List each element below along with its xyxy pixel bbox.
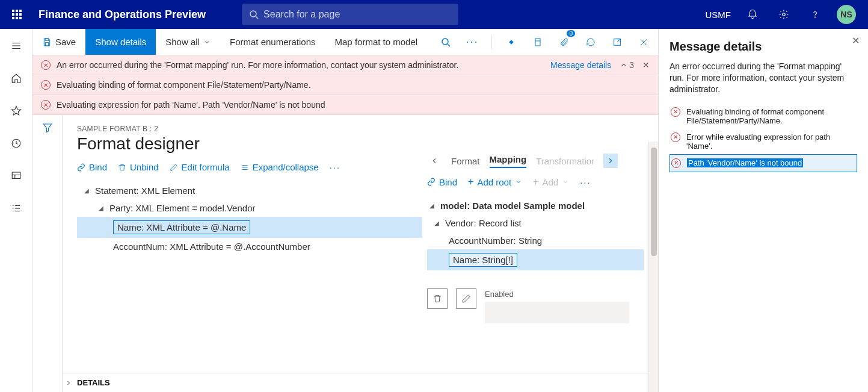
tree-node-name-string[interactable]: Name: String[!] bbox=[427, 249, 644, 270]
error-bar-3: ✕ Evaluating expression for path 'Name'.… bbox=[32, 95, 658, 115]
trash-icon bbox=[118, 163, 126, 172]
close-icon[interactable] bbox=[634, 33, 653, 52]
tree-node-name[interactable]: Name: XML Attribute = @.Name bbox=[77, 217, 422, 238]
pencil-icon bbox=[170, 163, 178, 172]
chevron-down-icon bbox=[515, 178, 522, 185]
svg-point-0 bbox=[250, 11, 256, 17]
clock-icon[interactable] bbox=[7, 134, 26, 153]
svg-rect-9 bbox=[12, 172, 20, 179]
page-title: Format designer bbox=[77, 134, 644, 154]
search-input[interactable]: Search for a page bbox=[242, 4, 458, 25]
app-launcher-icon[interactable] bbox=[5, 10, 29, 19]
save-button[interactable]: Save bbox=[32, 29, 85, 55]
chevron-down-icon bbox=[203, 39, 211, 46]
expand-collapse-button[interactable]: Expand/collapse bbox=[241, 162, 319, 172]
tree-node-statement[interactable]: ◢Statement: XML Element bbox=[77, 182, 422, 199]
data-model-tree: ◢model: Data model Sample model ◢Vendor:… bbox=[427, 197, 644, 270]
page-toolbar: Save Show details Show all Format enumer… bbox=[32, 29, 658, 55]
svg-rect-18 bbox=[45, 39, 48, 40]
mapping-bind-button[interactable]: Bind bbox=[427, 177, 457, 187]
show-details-button[interactable]: Show details bbox=[85, 29, 156, 55]
svg-rect-19 bbox=[45, 42, 48, 45]
tab-mapping[interactable]: Mapping bbox=[490, 154, 527, 168]
breadcrumb: SAMPLE FORMAT B : 2 bbox=[77, 125, 644, 133]
edit-formula-button[interactable]: Edit formula bbox=[170, 162, 230, 172]
tab-prev-icon[interactable] bbox=[427, 154, 442, 168]
tree-node-party[interactable]: ◢Party: XML Element = model.Vendor bbox=[77, 199, 422, 217]
hamburger-icon[interactable] bbox=[7, 36, 26, 55]
popout-icon[interactable] bbox=[608, 33, 627, 52]
map-format-button[interactable]: Map format to model bbox=[325, 29, 428, 55]
error-icon: ✕ bbox=[671, 132, 680, 142]
tab-format[interactable]: Format bbox=[451, 156, 480, 166]
panel-title: Message details bbox=[669, 40, 857, 54]
search-icon bbox=[249, 10, 259, 19]
error-icon: ✕ bbox=[41, 100, 51, 110]
error-icon: ✕ bbox=[671, 158, 681, 168]
avatar[interactable]: NS bbox=[837, 5, 856, 24]
error-text: Evaluating expression for path 'Name'. P… bbox=[57, 100, 325, 110]
bind-button[interactable]: Bind bbox=[77, 162, 107, 172]
svg-line-1 bbox=[256, 16, 258, 19]
panel-error-1[interactable]: ✕ Evaluating binding of format component… bbox=[669, 104, 857, 129]
filter-icon[interactable] bbox=[42, 122, 53, 392]
link-icon bbox=[77, 163, 85, 172]
help-icon[interactable] bbox=[805, 5, 825, 24]
company-code[interactable]: USMF bbox=[706, 10, 731, 20]
toolbar-divider bbox=[491, 35, 492, 49]
svg-marker-7 bbox=[11, 107, 20, 115]
filter-column bbox=[32, 115, 63, 392]
svg-rect-22 bbox=[509, 40, 514, 45]
enabled-input[interactable] bbox=[485, 302, 629, 323]
collapse-errors-icon[interactable]: 3 bbox=[620, 60, 634, 70]
format-enum-button[interactable]: Format enumerations bbox=[220, 29, 325, 55]
show-all-button[interactable]: Show all bbox=[156, 29, 220, 55]
add-button: + Add bbox=[533, 176, 569, 187]
panel-close-icon[interactable]: ✕ bbox=[852, 35, 860, 46]
panel-error-3[interactable]: ✕ Path 'Vendor/Name' is not bound bbox=[669, 154, 857, 172]
gear-icon[interactable] bbox=[774, 5, 793, 24]
overflow-icon[interactable]: ··· bbox=[463, 33, 482, 52]
error-text: Evaluating binding of format component F… bbox=[57, 80, 311, 90]
tab-transformations[interactable]: Transformations bbox=[536, 156, 594, 166]
tree-node-account-number[interactable]: AccountNumber: String bbox=[427, 232, 644, 249]
svg-point-20 bbox=[442, 39, 448, 45]
edit-button[interactable] bbox=[456, 288, 476, 309]
workspace-icon[interactable] bbox=[7, 166, 26, 185]
bell-icon[interactable] bbox=[743, 5, 762, 24]
tree-node-accountnum[interactable]: AccountNum: XML Attribute = @.AccountNum… bbox=[77, 238, 422, 255]
delete-button[interactable] bbox=[427, 288, 448, 309]
error-icon: ✕ bbox=[671, 107, 680, 117]
tree-node-model[interactable]: ◢model: Data model Sample model bbox=[427, 197, 644, 214]
office-icon[interactable] bbox=[528, 33, 547, 52]
app-title: Finance and Operations Preview bbox=[38, 8, 206, 21]
panel-description: An error occurred during the 'Format map… bbox=[669, 61, 857, 95]
chevron-down-icon bbox=[562, 178, 569, 185]
find-icon[interactable] bbox=[436, 33, 455, 52]
details-accordion[interactable]: DETAILS bbox=[63, 373, 658, 392]
dismiss-error-icon[interactable]: ✕ bbox=[642, 60, 650, 70]
format-tree: ◢Statement: XML Element ◢Party: XML Elem… bbox=[77, 182, 422, 255]
add-root-button[interactable]: + Add root bbox=[468, 176, 522, 187]
message-details-link[interactable]: Message details bbox=[550, 60, 611, 70]
more-icon[interactable]: ··· bbox=[580, 177, 591, 187]
error-text: An error occurred during the 'Format map… bbox=[57, 60, 458, 70]
trash-icon bbox=[432, 294, 442, 303]
panel-error-2[interactable]: ✕ Error while evaluating expression for … bbox=[669, 129, 857, 154]
diamond-icon[interactable] bbox=[502, 33, 521, 52]
more-icon[interactable]: ··· bbox=[330, 162, 341, 172]
svg-marker-29 bbox=[43, 124, 52, 132]
error-bar-1: ✕ An error occurred during the 'Format m… bbox=[32, 55, 658, 75]
tree-node-vendor[interactable]: ◢Vendor: Record list bbox=[427, 214, 644, 232]
home-icon[interactable] bbox=[7, 69, 26, 88]
tab-next-icon[interactable] bbox=[603, 154, 618, 168]
svg-point-3 bbox=[815, 17, 816, 17]
svg-rect-23 bbox=[535, 39, 540, 46]
scrollbar[interactable] bbox=[648, 142, 658, 392]
search-placeholder: Search for a page bbox=[263, 9, 340, 20]
unbind-button[interactable]: Unbind bbox=[118, 162, 159, 172]
refresh-icon[interactable] bbox=[581, 33, 600, 52]
attachments-icon[interactable]: 0 bbox=[555, 33, 574, 52]
star-icon[interactable] bbox=[7, 101, 26, 120]
modules-icon[interactable] bbox=[7, 199, 26, 218]
